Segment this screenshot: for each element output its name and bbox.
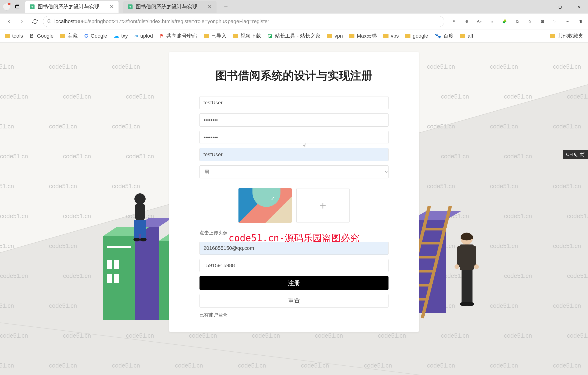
svg-point-17: [134, 193, 146, 204]
svg-rect-37: [472, 246, 476, 267]
bookmark-baidu[interactable]: 🐾百度: [435, 32, 454, 40]
more-icon[interactable]: ⋯: [563, 17, 572, 26]
username-input[interactable]: [200, 96, 388, 109]
page-title: 图书借阅系统的设计与实现注册: [200, 68, 388, 83]
register-button[interactable]: 注册: [200, 276, 388, 290]
svg-rect-18: [135, 204, 145, 220]
bookmark-share[interactable]: ⚑共享账号密码: [159, 32, 197, 40]
svg-rect-11: [114, 274, 119, 283]
split-icon[interactable]: ⧉: [513, 17, 521, 26]
bookmark-google3[interactable]: google: [405, 33, 428, 39]
folder-icon: [460, 34, 465, 38]
reset-button[interactable]: 重置: [200, 294, 388, 308]
read-aloud-icon[interactable]: A»: [475, 17, 483, 26]
url-text: localhost:8080/springboot217t3/front/dis…: [54, 19, 269, 24]
folder-icon: [550, 34, 555, 38]
titlebar: V 图书借阅系统的设计与实现 ✕ V 图书借阅系统的设计与实现 ✕ + — ▢ …: [0, 0, 588, 13]
bookmark-uplod[interactable]: ∞uplod: [134, 33, 153, 39]
check-icon: ✓: [271, 196, 275, 202]
svg-point-43: [474, 264, 479, 269]
bookmark-vps[interactable]: vps: [383, 33, 399, 39]
password-input[interactable]: [200, 114, 388, 127]
collections-icon[interactable]: ⊞: [538, 17, 546, 26]
bookmark-aff[interactable]: aff: [460, 33, 473, 39]
folder-icon: [204, 34, 209, 38]
tab-close-icon[interactable]: ✕: [208, 4, 212, 10]
watermark-red: code51.cn-源码乐园盗图必究: [229, 232, 360, 245]
svg-rect-36: [457, 246, 462, 267]
extensions-icon[interactable]: 🧩: [500, 17, 509, 26]
tab-title: 图书借阅系统的设计与实现: [38, 3, 106, 10]
ime-badge[interactable]: CH ⏾ 简: [563, 150, 588, 159]
bookmark-max[interactable]: Max云梯: [349, 32, 377, 40]
bookmark-imported[interactable]: 已导入: [204, 32, 227, 40]
tab-inactive[interactable]: V 图书借阅系统的设计与实现 ✕: [123, 1, 217, 13]
bookmark-zhanzhang[interactable]: ◪站长工具 - 站长之家: [268, 32, 321, 40]
svg-rect-8: [107, 260, 112, 269]
bookmark-video[interactable]: 视频下载: [233, 32, 261, 40]
folder-icon: [383, 34, 388, 38]
login-link[interactable]: 已有账户登录: [200, 312, 388, 318]
new-tab-button[interactable]: +: [220, 3, 231, 11]
bookmark-other[interactable]: 其他收藏夹: [550, 32, 583, 40]
profile-icon[interactable]: [3, 3, 10, 11]
share-icon: ⚑: [159, 33, 164, 39]
folder-icon: [233, 34, 238, 38]
folder-icon: [349, 34, 354, 38]
svg-point-22: [134, 238, 140, 241]
close-window-button[interactable]: ✕: [569, 0, 588, 13]
page-icon: 🗎: [29, 33, 34, 39]
sidebar-toggle-icon[interactable]: ◨: [576, 17, 584, 26]
heart-icon[interactable]: ♡: [551, 17, 559, 26]
folder-icon: [405, 34, 410, 38]
svg-rect-9: [114, 260, 119, 269]
baidu-icon: 🐾: [435, 33, 441, 39]
svg-point-41: [466, 302, 474, 306]
cloud-icon: ☁: [114, 33, 119, 39]
maximize-button[interactable]: ▢: [551, 0, 569, 13]
vue-favicon-icon: V: [30, 4, 34, 9]
page-content: code51.cncode51.cncode51.cncode51.cncode…: [0, 43, 588, 375]
svg-rect-10: [107, 274, 112, 283]
confirm-password-input[interactable]: [200, 131, 388, 144]
tool-icon: ◪: [268, 33, 273, 39]
avatar-preview[interactable]: ✓: [239, 188, 292, 223]
favorites-bar-icon[interactable]: ✩: [525, 17, 534, 26]
upload-icon: ∞: [134, 33, 138, 39]
toolbar: ⓘ localhost:8080/springboot217t3/front/d…: [0, 13, 588, 29]
svg-rect-35: [460, 245, 474, 270]
gender-select[interactable]: 男: [200, 165, 388, 178]
bookmark-vpn[interactable]: vpn: [327, 33, 343, 39]
svg-point-42: [454, 264, 459, 269]
search-icon[interactable]: ⚲: [450, 17, 458, 26]
bookmark-txy[interactable]: ☁txy: [114, 33, 128, 39]
favorite-icon[interactable]: ☆: [488, 17, 496, 26]
folder-icon: [327, 34, 332, 38]
bookmark-tools[interactable]: tools: [5, 33, 23, 39]
tab-close-icon[interactable]: ✕: [110, 4, 114, 10]
tab-active[interactable]: V 图书借阅系统的设计与实现 ✕: [25, 1, 118, 13]
back-button[interactable]: [4, 16, 14, 27]
bookmarks-bar: tools 🗎Google 宝藏 GGoogle ☁txy ∞uplod ⚑共享…: [0, 29, 588, 43]
svg-point-23: [140, 238, 147, 241]
phone-input[interactable]: [200, 259, 388, 272]
zoom-icon[interactable]: ⊖: [462, 17, 471, 26]
upload-add-button[interactable]: +: [296, 188, 349, 223]
refresh-button[interactable]: [30, 16, 40, 27]
cursor-icon: ☟: [302, 142, 306, 149]
svg-rect-7: [107, 246, 131, 248]
tabs-overview-icon[interactable]: [14, 3, 21, 10]
bookmark-google[interactable]: 🗎Google: [29, 33, 53, 39]
minimize-button[interactable]: —: [532, 0, 551, 13]
nickname-input[interactable]: [200, 148, 388, 161]
bookmark-baozang[interactable]: 宝藏: [60, 32, 78, 40]
info-icon[interactable]: ⓘ: [47, 19, 51, 24]
tab-title: 图书借阅系统的设计与实现: [136, 3, 204, 10]
bookmark-google2[interactable]: GGoogle: [84, 33, 107, 39]
google-icon: G: [84, 33, 88, 39]
svg-rect-19: [134, 220, 146, 234]
svg-rect-39: [467, 270, 472, 303]
addressbar[interactable]: ⓘ localhost:8080/springboot217t3/front/d…: [43, 16, 444, 27]
forward-button[interactable]: [17, 16, 27, 27]
folder-icon: [60, 34, 65, 38]
